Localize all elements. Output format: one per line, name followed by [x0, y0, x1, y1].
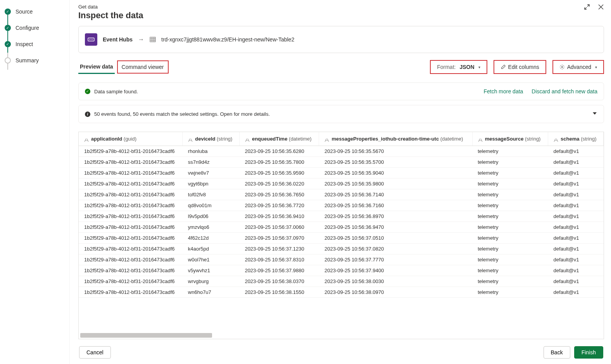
close-icon[interactable] — [598, 4, 604, 12]
table-cell: telemetry — [472, 189, 548, 200]
table-cell: default@v1 — [548, 200, 604, 211]
step-configure[interactable]: ✓ Configure — [5, 25, 65, 31]
table-cell: 2023-09-25 10:56:37.7770 — [319, 254, 472, 265]
table-row[interactable]: 1b2f5f29-a78b-4012-bf31-2016473cadf6k4ao… — [79, 244, 604, 254]
table-cell: 1b2f5f29-a78b-4012-bf31-2016473cadf6 — [79, 179, 183, 189]
column-header[interactable]: deviceId (string) — [183, 132, 240, 146]
table-cell: 2023-09-25 10:56:38.1550 — [239, 287, 319, 298]
table-cell: 2023-09-25 10:56:38.0030 — [319, 276, 472, 287]
table-cell: telemetry — [472, 244, 548, 254]
datatype-icon — [478, 137, 483, 141]
table-cell: telemetry — [472, 265, 548, 276]
table-row[interactable]: 1b2f5f29-a78b-4012-bf31-2016473cadf6vgyt… — [79, 179, 604, 189]
table-cell: default@v1 — [548, 233, 604, 244]
table-cell: k4aor5pd — [183, 244, 240, 254]
table-cell: 2023-09-25 10:56:36.9470 — [319, 222, 472, 233]
success-icon: ✓ — [85, 89, 90, 94]
table-cell: 2023-09-25 10:56:35.9040 — [319, 168, 472, 179]
table-cell: 1b2f5f29-a78b-4012-bf31-2016473cadf6 — [79, 146, 183, 157]
table-cell: telemetry — [472, 254, 548, 265]
fetch-more-link[interactable]: Fetch more data — [483, 88, 523, 94]
table-cell: default@v1 — [548, 254, 604, 265]
step-summary[interactable]: Summary — [5, 57, 65, 64]
table-cell: 1b2f5f29-a78b-4012-bf31-2016473cadf6 — [79, 244, 183, 254]
table-row[interactable]: 1b2f5f29-a78b-4012-bf31-2016473cadf6wn6h… — [79, 287, 604, 298]
table-row[interactable]: 1b2f5f29-a78b-4012-bf31-2016473cadf6qd8v… — [79, 200, 604, 211]
table-cell: telemetry — [472, 179, 548, 189]
column-header[interactable]: applicationId (guid) — [79, 132, 183, 146]
table-cell: 2023-09-25 10:56:37.9400 — [319, 265, 472, 276]
table-cell: default@v1 — [548, 287, 604, 298]
table-row[interactable]: 1b2f5f29-a78b-4012-bf31-2016473cadf6tof0… — [79, 189, 604, 200]
table-cell: 1b2f5f29-a78b-4012-bf31-2016473cadf6 — [79, 200, 183, 211]
table-cell: default@v1 — [548, 244, 604, 254]
advanced-label: Advanced — [567, 64, 591, 70]
step-inspect[interactable]: ✓ Inspect — [5, 41, 65, 47]
table-cell: vgyt6bpn — [183, 179, 240, 189]
column-header[interactable]: messageProperties_iothub-creation-time-u… — [319, 132, 472, 146]
table-cell: 2023-09-25 10:56:36.0220 — [239, 179, 319, 189]
svg-point-2 — [91, 39, 91, 40]
table-cell: default@v1 — [548, 146, 604, 157]
table-row[interactable]: 1b2f5f29-a78b-4012-bf31-2016473cadf6w0ol… — [79, 254, 604, 265]
table-cell: 2023-09-25 10:56:37.0510 — [319, 233, 472, 244]
table-cell: wrvgburg — [183, 276, 240, 287]
page-subtitle: Get data — [78, 4, 143, 10]
status-text: Data sample found. — [94, 89, 138, 94]
discard-fetch-link[interactable]: Discard and fetch new data — [532, 88, 597, 94]
advanced-dropdown[interactable]: Advanced ▾ — [556, 62, 600, 72]
table-row[interactable]: 1b2f5f29-a78b-4012-bf31-2016473cadf64f62… — [79, 233, 604, 244]
table-cell: telemetry — [472, 276, 548, 287]
table-cell: 2023-09-25 10:56:35.6280 — [239, 146, 319, 157]
highlight-box: Command viewer — [117, 60, 169, 74]
format-dropdown[interactable]: Format: JSON ▾ — [434, 62, 483, 72]
table-cell: default@v1 — [548, 222, 604, 233]
table-cell: telemetry — [472, 233, 548, 244]
check-icon: ✓ — [5, 9, 11, 15]
table-cell: telemetry — [472, 168, 548, 179]
horizontal-scrollbar-thumb[interactable] — [80, 333, 212, 338]
step-source[interactable]: ✓ Source — [5, 9, 65, 15]
table-cell: 2023-09-25 10:56:36.7160 — [319, 200, 472, 211]
table-row[interactable]: 1b2f5f29-a78b-4012-bf31-2016473cadf6vwjn… — [79, 168, 604, 179]
table-cell: 1b2f5f29-a78b-4012-bf31-2016473cadf6 — [79, 276, 183, 287]
table-cell: telemetry — [472, 287, 548, 298]
table-cell: v5ywvhz1 — [183, 265, 240, 276]
table-cell: 1b2f5f29-a78b-4012-bf31-2016473cadf6 — [79, 233, 183, 244]
table-cell: qd8vo01m — [183, 200, 240, 211]
back-button[interactable]: Back — [544, 346, 570, 359]
finish-button[interactable]: Finish — [574, 346, 603, 359]
format-label: Format: — [437, 64, 456, 70]
table-row[interactable]: 1b2f5f29-a78b-4012-bf31-2016473cadf6ss7n… — [79, 157, 604, 168]
table-cell: default@v1 — [548, 211, 604, 222]
status-bar-events[interactable]: i 50 events found, 50 events match the s… — [78, 105, 604, 123]
column-header[interactable]: messageSource (string) — [472, 132, 548, 146]
table-cell: tof02fv8 — [183, 189, 240, 200]
table-row[interactable]: 1b2f5f29-a78b-4012-bf31-2016473cadf6v5yw… — [79, 265, 604, 276]
table-scroll[interactable]: applicationId (guid)deviceId (string)enq… — [79, 132, 604, 339]
table-cell: default@v1 — [548, 168, 604, 179]
table-row[interactable]: 1b2f5f29-a78b-4012-bf31-2016473cadf6wrvg… — [79, 276, 604, 287]
table-cell: 2023-09-25 10:56:37.0970 — [239, 233, 319, 244]
cancel-button[interactable]: Cancel — [79, 346, 111, 359]
table-cell: 2023-09-25 10:56:37.0820 — [319, 244, 472, 254]
table-cell: 2023-09-25 10:56:35.5700 — [319, 157, 472, 168]
table-cell: 1b2f5f29-a78b-4012-bf31-2016473cadf6 — [79, 254, 183, 265]
column-header[interactable]: enqueuedTime (datetime) — [239, 132, 319, 146]
tab-preview-data[interactable]: Preview data — [78, 60, 115, 74]
table-row[interactable]: 1b2f5f29-a78b-4012-bf31-2016473cadf6ymzv… — [79, 222, 604, 233]
column-header[interactable]: schema (string) — [548, 132, 604, 146]
events-text: 50 events found, 50 events match the sel… — [94, 111, 270, 117]
edit-columns-button[interactable]: Edit columns — [497, 62, 542, 72]
tab-command-viewer[interactable]: Command viewer — [121, 62, 165, 72]
table-cell: wn6ho7u7 — [183, 287, 240, 298]
expand-icon[interactable] — [584, 4, 590, 12]
table-row[interactable]: 1b2f5f29-a78b-4012-bf31-2016473cadf6l9v5… — [79, 211, 604, 222]
datatype-icon — [245, 137, 250, 141]
table-cell: vwjne8v7 — [183, 168, 240, 179]
table-cell: default@v1 — [548, 179, 604, 189]
table-cell: ss7n9d4z — [183, 157, 240, 168]
datatype-icon — [324, 137, 329, 141]
table-row[interactable]: 1b2f5f29-a78b-4012-bf31-2016473cadf6rhon… — [79, 146, 604, 157]
table-cell: ymzvlqo6 — [183, 222, 240, 233]
